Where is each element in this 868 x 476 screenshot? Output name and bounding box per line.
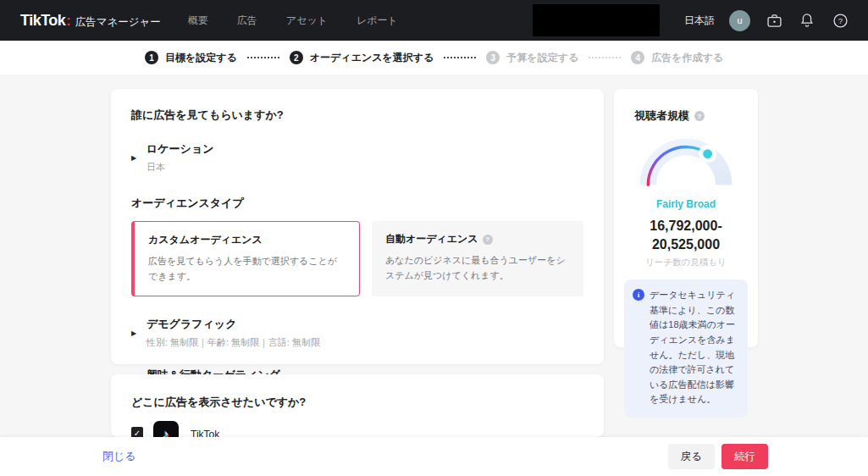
data-security-notice: i データセキュリティ基準により、この数値は18歳未満のオーディエンスを含みませ…: [624, 280, 748, 418]
step-4-label: 広告を作成する: [651, 51, 723, 65]
nav-item-assets[interactable]: アセット: [286, 14, 328, 28]
custom-audience-option[interactable]: カスタムオーディエンス 広告を見てもらう人を手動で選択することができます。: [131, 221, 360, 296]
demographics-title: デモグラフィック: [147, 317, 320, 332]
avatar[interactable]: u: [729, 10, 750, 31]
help-icon[interactable]: ?: [831, 11, 849, 30]
audience-settings-card: 誰に広告を見てもらいますか? ▶ ロケーション 日本 オーディエンスタイプ カス…: [111, 89, 604, 364]
step-3-number: 3: [486, 51, 500, 64]
help-icon[interactable]: ?: [483, 235, 493, 245]
step-1-number: 1: [145, 51, 158, 64]
briefcase-icon[interactable]: [765, 11, 783, 30]
tiktok-logo-text: TikTok: [20, 12, 65, 30]
step-1-label: 目標を設定する: [165, 51, 237, 65]
step-2-number: 2: [290, 51, 303, 64]
svg-text:?: ?: [838, 16, 842, 25]
redacted-account-region: [533, 4, 660, 36]
nav-menu: 概要 広告 アセット レポート: [188, 14, 398, 28]
audience-question-title: 誰に広告を見てもらいますか?: [131, 108, 583, 123]
audience-type-options: カスタムオーディエンス 広告を見てもらう人を手動で選択することができます。 自動…: [131, 221, 583, 296]
back-button[interactable]: 戻る: [668, 444, 715, 469]
step-4-create-ad[interactable]: 4 広告を作成する: [631, 51, 723, 65]
stepper-connector: [247, 57, 279, 58]
placement-question-title: どこに広告を表示させたいですか?: [131, 395, 583, 410]
chevron-right-icon[interactable]: ▶: [131, 154, 147, 162]
step-1-set-goal[interactable]: 1 目標を設定する: [145, 51, 237, 65]
reach-range-line1: 16,792,000-: [624, 217, 748, 235]
custom-audience-title: カスタムオーディエンス: [148, 233, 346, 247]
demographics-value: 性別: 無制限｜年齢: 無制限｜言語: 無制限: [147, 336, 320, 349]
auto-audience-description: あなたのビジネスに最も合うユーザーをシステムが見つけてくれます。: [385, 252, 570, 283]
logo-suffix: 広告マネージャー: [75, 15, 161, 30]
audience-size-level: Fairly Broad: [624, 198, 748, 210]
reach-estimate-range: 16,792,000- 20,525,000: [624, 217, 748, 253]
reach-estimate-caption: リーチ数の見積もり: [624, 257, 748, 268]
stepper-connector: [444, 57, 476, 58]
chevron-right-icon[interactable]: ▶: [131, 329, 147, 337]
step-2-select-audience[interactable]: 2 オーディエンスを選択する: [290, 51, 434, 65]
wizard-stepper: 1 目標を設定する 2 オーディエンスを選択する 3 予算を設定する 4 広告を…: [0, 41, 868, 75]
footer-bar: 閉じる 戻る 続行: [0, 437, 868, 476]
close-link[interactable]: 閉じる: [102, 449, 136, 464]
tiktok-platform-row[interactable]: ✓ ♪ TikTok: [131, 421, 583, 437]
placement-card: どこに広告を表示させたいですか? ✓ ♪ TikTok: [111, 374, 604, 437]
tiktok-ads-manager-logo[interactable]: TikTok : 広告マネージャー: [20, 12, 161, 30]
nav-item-ads[interactable]: 広告: [237, 14, 257, 28]
location-title: ロケーション: [147, 141, 214, 157]
continue-button[interactable]: 続行: [721, 444, 768, 469]
nav-item-reports[interactable]: レポート: [357, 14, 398, 28]
bell-icon[interactable]: [798, 11, 816, 30]
nav-item-overview[interactable]: 概要: [188, 14, 208, 28]
tiktok-app-icon: ♪: [153, 421, 179, 437]
help-icon[interactable]: ?: [694, 111, 705, 121]
tiktok-platform-label: TikTok: [191, 429, 219, 437]
data-security-notice-text: データセキュリティ基準により、この数値は18歳未満のオーディエンスを含みません。…: [650, 288, 740, 407]
reach-range-line2: 20,525,000: [624, 235, 748, 254]
audience-size-panel: 視聴者規模 ?: [614, 89, 758, 347]
stepper-connector: [589, 57, 621, 58]
location-value: 日本: [147, 161, 214, 174]
location-section[interactable]: ▶ ロケーション 日本: [131, 141, 583, 174]
top-navbar: TikTok : 広告マネージャー 概要 広告 アセット レポート 日本語 u: [0, 0, 868, 41]
info-icon: i: [633, 289, 644, 301]
tiktok-checkbox[interactable]: ✓: [131, 427, 143, 437]
navbar-right: 日本語 u ?: [533, 4, 849, 36]
auto-audience-title: 自動オーディエンス: [385, 232, 478, 246]
auto-audience-option[interactable]: 自動オーディエンス ? あなたのビジネスに最も合うユーザーをシステムが見つけてく…: [372, 221, 583, 296]
custom-audience-description: 広告を見てもらう人を手動で選択することができます。: [148, 253, 346, 284]
step-3-set-budget[interactable]: 3 予算を設定する: [486, 51, 578, 65]
audience-type-label: オーディエンスタイプ: [131, 196, 583, 211]
step-2-label: オーディエンスを選択する: [310, 51, 434, 65]
gauge-marker-dot: [703, 149, 712, 158]
audience-size-gauge: [624, 134, 748, 191]
step-4-number: 4: [631, 51, 644, 64]
demographics-section[interactable]: ▶ デモグラフィック 性別: 無制限｜年齢: 無制限｜言語: 無制限: [131, 317, 583, 349]
logo-colon: :: [66, 14, 70, 29]
step-3-label: 予算を設定する: [506, 51, 578, 65]
language-selector[interactable]: 日本語: [684, 14, 715, 28]
page: TikTok : 広告マネージャー 概要 広告 アセット レポート 日本語 u: [0, 0, 868, 476]
audience-size-title: 視聴者規模: [634, 108, 689, 124]
